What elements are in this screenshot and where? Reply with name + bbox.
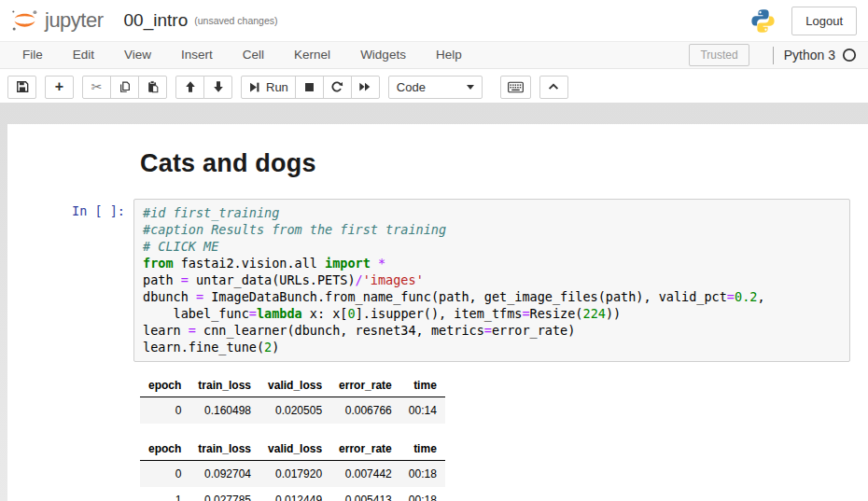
- table-cell: 0.160498: [189, 397, 259, 424]
- table-cell: 00:18: [400, 461, 445, 488]
- column-header: train_loss: [189, 438, 259, 461]
- circle-icon: [842, 48, 857, 63]
- column-header: valid_loss: [259, 438, 330, 461]
- restart-icon: [330, 80, 343, 93]
- keyboard-icon: [508, 81, 524, 93]
- table-row: 00.0927040.0179200.00744200:18: [140, 461, 445, 488]
- jupyter-wordmark: jupyter: [45, 8, 104, 33]
- restart-run-all-button[interactable]: [351, 76, 380, 99]
- code-line[interactable]: #caption Results from the first training: [143, 221, 846, 238]
- toolbar: + ✂: [0, 69, 868, 103]
- save-icon: [16, 80, 29, 93]
- code-line[interactable]: # CLICK ME: [143, 238, 846, 255]
- table-cell: 0.092704: [189, 461, 259, 488]
- code-line[interactable]: from fastai2.vision.all import *: [143, 255, 846, 271]
- code-line[interactable]: learn = cnn_learner(dbunch, resnet34, me…: [143, 322, 846, 339]
- menu-file[interactable]: File: [7, 42, 58, 68]
- menu-edit[interactable]: Edit: [58, 42, 109, 68]
- markdown-heading[interactable]: Cats and dogs: [140, 149, 868, 178]
- copy-icon: [119, 80, 132, 93]
- column-header: valid_loss: [259, 374, 330, 397]
- column-header: time: [400, 374, 445, 397]
- cut-icon: ✂: [91, 80, 103, 93]
- table-cell: 1: [140, 487, 189, 501]
- table-cell: 0.005413: [330, 487, 400, 501]
- output-table: epochtrain_lossvalid_losserror_ratetime0…: [140, 438, 445, 501]
- dropdown-caret-icon: [467, 85, 474, 90]
- code-cell[interactable]: In [ ]: #id first_training#caption Resul…: [7, 199, 868, 362]
- move-cell-down-button[interactable]: [203, 76, 232, 99]
- copy-cell-button[interactable]: [110, 76, 139, 99]
- code-line[interactable]: path = untar_data(URLs.PETS)/'images': [143, 271, 846, 288]
- menu-insert[interactable]: Insert: [166, 42, 228, 68]
- menu-help[interactable]: Help: [421, 42, 477, 68]
- table-cell: 00:18: [400, 487, 445, 501]
- menu-kernel[interactable]: Kernel: [279, 42, 345, 68]
- table-cell: 0.017920: [259, 461, 330, 488]
- menubar: File Edit View Insert Cell Kernel Widget…: [0, 41, 868, 69]
- code-editor[interactable]: #id first_training#caption Results from …: [133, 199, 850, 362]
- table-cell: 00:14: [400, 397, 445, 424]
- cell-type-dropdown[interactable]: Code: [388, 76, 483, 99]
- arrow-down-icon: [212, 80, 225, 93]
- save-button[interactable]: [7, 76, 36, 99]
- python-logo-icon: [750, 8, 776, 34]
- column-header: time: [400, 438, 445, 461]
- input-prompt: In [ ]:: [7, 199, 133, 362]
- notebook-header: jupyter 00_intro (unsaved changes) Logou…: [0, 0, 868, 41]
- move-cell-up-button[interactable]: [175, 76, 204, 99]
- table-row: 00.1604980.0205050.00676600:14: [140, 397, 445, 424]
- menu-widgets[interactable]: Widgets: [345, 42, 421, 68]
- column-header: train_loss: [189, 374, 259, 397]
- run-button-label: Run: [266, 80, 288, 94]
- trusted-button[interactable]: Trusted: [689, 44, 749, 66]
- notebook-container: Cats and dogs In [ ]: #id first_training…: [7, 124, 868, 501]
- table-cell: 0.027785: [189, 487, 259, 501]
- fast-forward-icon: [358, 80, 371, 93]
- arrow-up-icon: [184, 80, 197, 93]
- kernel-status-indicator: [842, 48, 857, 63]
- logout-button[interactable]: Logout: [791, 7, 857, 35]
- restart-kernel-button[interactable]: [323, 76, 352, 99]
- scroll-up-button[interactable]: [539, 76, 568, 99]
- notebook-title[interactable]: 00_intro: [124, 10, 189, 31]
- run-button[interactable]: Run: [241, 76, 296, 99]
- table-cell: 0.012449: [259, 487, 330, 501]
- column-header: epoch: [140, 374, 189, 397]
- menubar-right: Trusted Python 3: [689, 44, 861, 66]
- menu-cell[interactable]: Cell: [228, 42, 279, 68]
- menubar-divider: [773, 47, 774, 64]
- header-right: Logout: [750, 7, 859, 35]
- interrupt-kernel-button[interactable]: [295, 76, 324, 99]
- output-area: epochtrain_lossvalid_losserror_ratetime0…: [140, 374, 868, 501]
- cut-cell-button[interactable]: ✂: [82, 76, 111, 99]
- paste-icon: [147, 80, 160, 93]
- code-line[interactable]: learn.fine_tune(2): [143, 339, 846, 355]
- table-header-row: epochtrain_lossvalid_losserror_ratetime: [140, 438, 445, 461]
- code-line[interactable]: label_func=lambda x: x[0].isupper(), ite…: [143, 305, 846, 322]
- column-header: epoch: [140, 438, 189, 461]
- jupyter-logo[interactable]: jupyter: [9, 7, 104, 35]
- table-row: 10.0277850.0124490.00541300:18: [140, 487, 445, 501]
- checkpoint-status: (unsaved changes): [194, 15, 277, 26]
- table-cell: 0.020505: [259, 397, 330, 424]
- site-background: Cats and dogs In [ ]: #id first_training…: [0, 103, 868, 501]
- column-header: error_rate: [330, 438, 400, 461]
- paste-cell-button[interactable]: [138, 76, 167, 99]
- kernel-name: Python 3: [784, 48, 835, 63]
- output-table: epochtrain_lossvalid_losserror_ratetime0…: [140, 374, 445, 424]
- table-header-row: epochtrain_lossvalid_losserror_ratetime: [140, 374, 445, 397]
- code-line[interactable]: #id first_training: [143, 204, 846, 221]
- add-icon: +: [55, 79, 63, 94]
- menu-view[interactable]: View: [109, 42, 166, 68]
- cell-type-value: Code: [397, 80, 426, 94]
- stop-icon: [303, 81, 315, 93]
- table-cell: 0.007442: [330, 461, 400, 488]
- command-palette-button[interactable]: [500, 76, 531, 99]
- table-cell: 0.006766: [330, 397, 400, 424]
- add-cell-button[interactable]: +: [45, 76, 74, 99]
- table-cell: 0: [140, 461, 189, 488]
- step-forward-icon: [248, 81, 260, 93]
- chevron-up-icon: [547, 80, 560, 93]
- code-line[interactable]: dbunch = ImageDataBunch.from_name_func(p…: [143, 288, 846, 305]
